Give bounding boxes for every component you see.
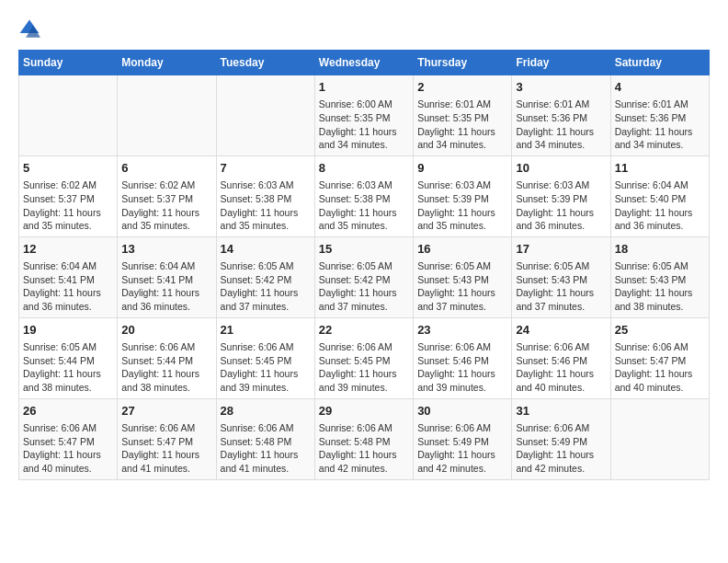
calendar-week-4: 19Sunrise: 6:05 AM Sunset: 5:44 PM Dayli… xyxy=(19,317,710,398)
day-info: Sunrise: 6:02 AM Sunset: 5:37 PM Dayligh… xyxy=(23,178,113,233)
day-number: 30 xyxy=(417,403,507,419)
day-info: Sunrise: 6:03 AM Sunset: 5:38 PM Dayligh… xyxy=(221,178,311,233)
day-number: 31 xyxy=(516,403,606,419)
day-info: Sunrise: 6:01 AM Sunset: 5:35 PM Dayligh… xyxy=(417,98,507,152)
calendar-cell xyxy=(216,75,314,156)
day-number: 23 xyxy=(417,322,507,339)
calendar-cell: 3Sunrise: 6:01 AM Sunset: 5:36 PM Daylig… xyxy=(512,75,610,156)
calendar-cell: 4Sunrise: 6:01 AM Sunset: 5:36 PM Daylig… xyxy=(610,75,709,156)
calendar-cell: 28Sunrise: 6:06 AM Sunset: 5:48 PM Dayli… xyxy=(216,398,314,479)
day-info: Sunrise: 6:06 AM Sunset: 5:48 PM Dayligh… xyxy=(319,421,409,476)
logo-icon xyxy=(18,18,40,40)
calendar-cell: 30Sunrise: 6:06 AM Sunset: 5:49 PM Dayli… xyxy=(414,398,512,479)
calendar-cell: 15Sunrise: 6:05 AM Sunset: 5:42 PM Dayli… xyxy=(314,236,413,317)
day-info: Sunrise: 6:05 AM Sunset: 5:43 PM Dayligh… xyxy=(417,259,507,314)
day-info: Sunrise: 6:06 AM Sunset: 5:49 PM Dayligh… xyxy=(516,421,606,476)
calendar-cell: 1Sunrise: 6:00 AM Sunset: 5:35 PM Daylig… xyxy=(314,75,413,156)
calendar-body: 1Sunrise: 6:00 AM Sunset: 5:35 PM Daylig… xyxy=(19,75,710,480)
day-number: 3 xyxy=(516,79,606,96)
day-info: Sunrise: 6:01 AM Sunset: 5:36 PM Dayligh… xyxy=(615,98,705,152)
calendar-table: SundayMondayTuesdayWednesdayThursdayFrid… xyxy=(18,50,710,480)
day-number: 9 xyxy=(417,160,507,177)
header-day-monday: Monday xyxy=(118,51,216,75)
day-number: 28 xyxy=(221,403,311,419)
day-info: Sunrise: 6:06 AM Sunset: 5:47 PM Dayligh… xyxy=(23,421,113,476)
day-info: Sunrise: 6:05 AM Sunset: 5:42 PM Dayligh… xyxy=(221,259,311,314)
day-number: 14 xyxy=(221,241,311,258)
calendar-cell: 21Sunrise: 6:06 AM Sunset: 5:45 PM Dayli… xyxy=(216,317,314,398)
day-info: Sunrise: 6:06 AM Sunset: 5:49 PM Dayligh… xyxy=(417,421,507,476)
day-number: 27 xyxy=(121,403,211,419)
header-day-saturday: Saturday xyxy=(610,51,709,75)
calendar-cell: 18Sunrise: 6:05 AM Sunset: 5:43 PM Dayli… xyxy=(610,236,709,317)
calendar-cell: 27Sunrise: 6:06 AM Sunset: 5:47 PM Dayli… xyxy=(118,398,216,479)
day-info: Sunrise: 6:06 AM Sunset: 5:47 PM Dayligh… xyxy=(615,340,705,395)
calendar-cell xyxy=(610,398,709,479)
day-number: 29 xyxy=(319,403,409,419)
day-number: 19 xyxy=(23,322,113,339)
day-info: Sunrise: 6:06 AM Sunset: 5:45 PM Dayligh… xyxy=(221,340,311,395)
day-number: 16 xyxy=(417,241,507,258)
header-day-wednesday: Wednesday xyxy=(314,51,413,75)
calendar-cell: 13Sunrise: 6:04 AM Sunset: 5:41 PM Dayli… xyxy=(118,236,216,317)
day-number: 21 xyxy=(221,322,311,339)
day-info: Sunrise: 6:01 AM Sunset: 5:36 PM Dayligh… xyxy=(516,98,606,152)
day-number: 1 xyxy=(319,79,409,96)
header-day-tuesday: Tuesday xyxy=(216,51,314,75)
day-number: 13 xyxy=(121,241,211,258)
calendar-week-3: 12Sunrise: 6:04 AM Sunset: 5:41 PM Dayli… xyxy=(19,236,710,317)
day-info: Sunrise: 6:06 AM Sunset: 5:45 PM Dayligh… xyxy=(319,340,409,395)
day-info: Sunrise: 6:03 AM Sunset: 5:38 PM Dayligh… xyxy=(319,178,409,233)
day-info: Sunrise: 6:05 AM Sunset: 5:44 PM Dayligh… xyxy=(23,340,113,395)
day-info: Sunrise: 6:04 AM Sunset: 5:41 PM Dayligh… xyxy=(121,259,211,314)
calendar-cell: 8Sunrise: 6:03 AM Sunset: 5:38 PM Daylig… xyxy=(314,155,413,236)
day-info: Sunrise: 6:06 AM Sunset: 5:44 PM Dayligh… xyxy=(121,340,211,395)
day-info: Sunrise: 6:03 AM Sunset: 5:39 PM Dayligh… xyxy=(516,178,606,233)
day-number: 5 xyxy=(23,160,113,177)
day-number: 20 xyxy=(121,322,211,339)
day-number: 6 xyxy=(121,160,211,177)
calendar-cell: 9Sunrise: 6:03 AM Sunset: 5:39 PM Daylig… xyxy=(414,155,512,236)
day-number: 22 xyxy=(319,322,409,339)
calendar-cell xyxy=(19,75,118,156)
day-info: Sunrise: 6:06 AM Sunset: 5:46 PM Dayligh… xyxy=(516,340,606,395)
day-number: 15 xyxy=(319,241,409,258)
day-number: 4 xyxy=(615,79,705,96)
day-number: 10 xyxy=(516,160,606,177)
calendar-cell: 23Sunrise: 6:06 AM Sunset: 5:46 PM Dayli… xyxy=(414,317,512,398)
calendar-cell: 12Sunrise: 6:04 AM Sunset: 5:41 PM Dayli… xyxy=(19,236,118,317)
day-number: 18 xyxy=(615,241,705,258)
calendar-cell: 19Sunrise: 6:05 AM Sunset: 5:44 PM Dayli… xyxy=(19,317,118,398)
calendar-cell: 20Sunrise: 6:06 AM Sunset: 5:44 PM Dayli… xyxy=(118,317,216,398)
day-number: 11 xyxy=(615,160,705,177)
logo xyxy=(18,18,44,40)
day-info: Sunrise: 6:02 AM Sunset: 5:37 PM Dayligh… xyxy=(121,178,211,233)
calendar-cell: 7Sunrise: 6:03 AM Sunset: 5:38 PM Daylig… xyxy=(216,155,314,236)
calendar-week-2: 5Sunrise: 6:02 AM Sunset: 5:37 PM Daylig… xyxy=(19,155,710,236)
calendar-cell: 25Sunrise: 6:06 AM Sunset: 5:47 PM Dayli… xyxy=(610,317,709,398)
day-info: Sunrise: 6:03 AM Sunset: 5:39 PM Dayligh… xyxy=(417,178,507,233)
day-info: Sunrise: 6:04 AM Sunset: 5:41 PM Dayligh… xyxy=(23,259,113,314)
header-day-thursday: Thursday xyxy=(414,51,512,75)
header-day-friday: Friday xyxy=(512,51,610,75)
calendar-cell xyxy=(118,75,216,156)
calendar-cell: 31Sunrise: 6:06 AM Sunset: 5:49 PM Dayli… xyxy=(512,398,610,479)
day-number: 2 xyxy=(417,79,507,96)
day-info: Sunrise: 6:00 AM Sunset: 5:35 PM Dayligh… xyxy=(319,98,409,152)
day-number: 17 xyxy=(516,241,606,258)
day-info: Sunrise: 6:05 AM Sunset: 5:43 PM Dayligh… xyxy=(615,259,705,314)
day-info: Sunrise: 6:06 AM Sunset: 5:46 PM Dayligh… xyxy=(417,340,507,395)
calendar-header: SundayMondayTuesdayWednesdayThursdayFrid… xyxy=(19,51,710,75)
calendar-cell: 14Sunrise: 6:05 AM Sunset: 5:42 PM Dayli… xyxy=(216,236,314,317)
day-number: 12 xyxy=(23,241,113,258)
day-info: Sunrise: 6:05 AM Sunset: 5:43 PM Dayligh… xyxy=(516,259,606,314)
day-info: Sunrise: 6:04 AM Sunset: 5:40 PM Dayligh… xyxy=(615,178,705,233)
day-info: Sunrise: 6:06 AM Sunset: 5:48 PM Dayligh… xyxy=(221,421,311,476)
day-number: 25 xyxy=(615,322,705,339)
calendar-week-1: 1Sunrise: 6:00 AM Sunset: 5:35 PM Daylig… xyxy=(19,75,710,156)
calendar-cell: 24Sunrise: 6:06 AM Sunset: 5:46 PM Dayli… xyxy=(512,317,610,398)
calendar-cell: 29Sunrise: 6:06 AM Sunset: 5:48 PM Dayli… xyxy=(314,398,413,479)
day-info: Sunrise: 6:06 AM Sunset: 5:47 PM Dayligh… xyxy=(121,421,211,476)
header xyxy=(18,18,710,40)
day-number: 7 xyxy=(221,160,311,177)
